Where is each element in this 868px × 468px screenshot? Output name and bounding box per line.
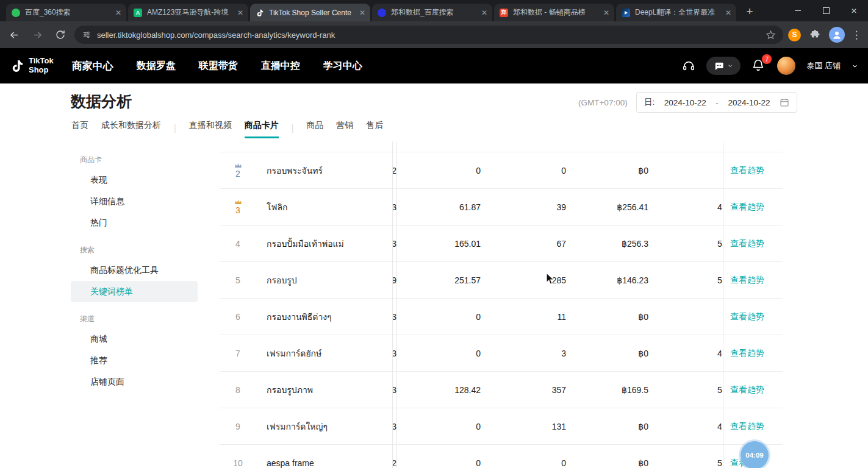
forward-button[interactable] xyxy=(28,26,46,44)
rank-number: 5 xyxy=(235,275,240,285)
view-trend-link[interactable]: 查看趋势 xyxy=(730,202,764,213)
table-row: 8 กรอบรูปภาพ xyxy=(220,372,392,408)
rank-number: 4 xyxy=(235,239,240,249)
cell-metric1: 128.42 xyxy=(454,385,481,395)
chevron-down-icon[interactable] xyxy=(852,63,858,69)
extensions-puzzle-icon[interactable] xyxy=(806,26,824,44)
cell-gmv: ฿0 xyxy=(638,458,648,468)
close-window-button[interactable]: ✕ xyxy=(840,0,868,21)
shop-avatar[interactable] xyxy=(777,57,795,75)
view-trend-link[interactable]: 查看趋势 xyxy=(730,311,764,322)
tab-tiktok-seller-center[interactable]: TikTok Shop Seller Cente ✕ xyxy=(250,4,370,21)
sidebar-item-recommend[interactable]: 推荐 xyxy=(71,350,198,371)
cell-metric2: 357 xyxy=(552,385,566,395)
tab-360-search[interactable]: 百度_360搜索 ✕ xyxy=(6,4,126,21)
cell-metric2: 0 xyxy=(561,458,566,468)
floating-timer-widget[interactable]: 04:09 xyxy=(741,441,769,468)
date-granularity-label: 日: xyxy=(644,97,655,108)
keyword-cell: เฟรมการ์ดใหญ่ๆ xyxy=(267,420,328,433)
sidebar-item-trending[interactable]: 热门 xyxy=(71,212,198,233)
nav-learning-center[interactable]: 学习中心 xyxy=(323,60,362,73)
notifications-button[interactable]: 7 xyxy=(751,58,766,73)
tab-zhenghe-data[interactable]: 郑 郑和数据 - 畅销商品榜 ✕ xyxy=(494,4,614,21)
back-button[interactable] xyxy=(5,26,23,44)
messages-button[interactable] xyxy=(706,57,741,75)
sidebar-item-keyword-rank[interactable]: 关键词榜单 xyxy=(71,281,198,302)
browser-profile-avatar[interactable] xyxy=(829,27,845,43)
sidebar-item-performance[interactable]: 表现 xyxy=(71,169,198,191)
tab-close-icon[interactable]: ✕ xyxy=(603,9,609,16)
address-bar[interactable]: seller.tiktokglobalshop.com/compass/sear… xyxy=(74,26,783,44)
table-row: 查看趋势 xyxy=(723,189,783,225)
nav-live-console[interactable]: 直播中控 xyxy=(261,60,300,73)
sidebar-item-details[interactable]: 详细信息 xyxy=(71,191,198,212)
extension-s-icon[interactable]: S xyxy=(788,29,801,41)
nav-affiliate[interactable]: 联盟带货 xyxy=(199,60,238,73)
tab-close-icon[interactable]: ✕ xyxy=(237,9,243,16)
cell-gmv: ฿256.41 xyxy=(617,202,648,212)
view-trend-link[interactable]: 查看趋势 xyxy=(730,238,764,249)
tab-baidu-search[interactable]: 郑和数据_百度搜索 ✕ xyxy=(372,4,492,21)
view-trend-link[interactable]: 查看趋势 xyxy=(730,421,764,432)
sidebar-item-title-optimizer[interactable]: 商品标题优化工具 xyxy=(71,260,198,281)
minimize-button[interactable] xyxy=(784,0,812,21)
tab-close-icon[interactable]: ✕ xyxy=(359,9,365,16)
keyword-cell: เฟรมการ์ดยักษ์ xyxy=(267,347,321,360)
new-tab-button[interactable]: + xyxy=(741,3,758,20)
tab-marketing[interactable]: 营销 xyxy=(336,120,353,138)
cell-gmv: ฿0 xyxy=(638,166,648,176)
tiktok-shop-logo[interactable]: TikTokShop xyxy=(10,57,54,74)
sidebar-item-mall[interactable]: 商城 xyxy=(71,328,198,350)
url-text[interactable]: seller.tiktokglobalshop.com/compass/sear… xyxy=(97,30,760,40)
date-range-picker[interactable]: 日: 2024-10-22 - 2024-10-22 xyxy=(636,92,797,113)
maximize-button[interactable] xyxy=(812,0,840,21)
rank-number: 10 xyxy=(233,458,243,468)
favicon-360-icon xyxy=(11,8,21,18)
browser-menu-icon[interactable]: ⋮ xyxy=(850,29,863,41)
cell-gmv: ฿256.3 xyxy=(622,239,648,249)
cell-clipped-right: 4 xyxy=(717,202,722,212)
view-trend-link[interactable]: 查看趋势 xyxy=(730,165,764,176)
date-end[interactable]: 2024-10-22 xyxy=(728,98,770,107)
keyword-cell: กรอบรูป xyxy=(267,274,297,287)
tab-close-icon[interactable]: ✕ xyxy=(481,9,487,16)
rank-cell: 4 xyxy=(220,225,256,261)
bookmark-star-icon[interactable] xyxy=(766,30,776,40)
tab-close-icon[interactable]: ✕ xyxy=(725,9,731,16)
favicon-tiktok-icon xyxy=(255,8,265,18)
cell-gmv: ฿0 xyxy=(638,422,648,431)
nav-data-compass[interactable]: 数据罗盘 xyxy=(137,60,176,73)
rank-number: 8 xyxy=(235,385,240,395)
site-settings-icon[interactable] xyxy=(82,30,91,40)
tab-deepl[interactable]: DeepL翻译：全世界最准 ✕ xyxy=(616,4,736,21)
tab-amz123[interactable]: A AMZ123亚马逊导航-跨境 ✕ xyxy=(128,4,248,21)
favicon-zhenghe-icon: 郑 xyxy=(499,8,509,18)
tab-product-card[interactable]: 商品卡片 xyxy=(245,120,279,138)
nav-seller-center[interactable]: 商家中心 xyxy=(72,59,113,73)
tab-growth-analytics[interactable]: 成长和数据分析 xyxy=(101,120,161,138)
shop-region-label[interactable]: 泰国 店铺 xyxy=(806,60,841,71)
calendar-icon[interactable] xyxy=(780,98,789,107)
date-start[interactable]: 2024-10-22 xyxy=(664,98,706,107)
rank-cell: 3 xyxy=(220,189,256,225)
sidebar-section-channel: 渠道 xyxy=(80,314,198,324)
tab-home[interactable]: 首页 xyxy=(71,120,88,138)
cell-metric1: 0 xyxy=(476,349,481,358)
tab-products[interactable]: 商品 xyxy=(306,120,323,138)
analytics-tab-bar: 首页 成长和数据分析 | 直播和视频 商品卡片 | 商品 营销 售后 xyxy=(71,120,383,138)
tab-after-sale[interactable]: 售后 xyxy=(366,120,383,138)
view-trend-link[interactable]: 查看趋势 xyxy=(730,348,764,359)
tab-close-icon[interactable]: ✕ xyxy=(115,9,121,16)
tab-live-video[interactable]: 直播和视频 xyxy=(189,120,232,138)
support-headset-icon[interactable] xyxy=(682,59,695,73)
view-trend-link[interactable]: 查看趋势 xyxy=(730,385,764,395)
keyword-cell: กรอบปั้มมือเท้าพ่อแม่ xyxy=(267,237,344,250)
sidebar-item-shop-page[interactable]: 店铺页面 xyxy=(71,371,198,392)
table-row: 查看趋势 xyxy=(723,335,783,372)
rank-cell: 5 xyxy=(220,262,256,298)
header-right-cluster: 7 泰国 店铺 xyxy=(682,57,858,75)
cell-metric1: 165.01 xyxy=(454,239,481,249)
rank-cell: 8 xyxy=(220,372,256,408)
view-trend-link[interactable]: 查看趋势 xyxy=(730,275,764,286)
reload-button[interactable] xyxy=(51,26,70,44)
